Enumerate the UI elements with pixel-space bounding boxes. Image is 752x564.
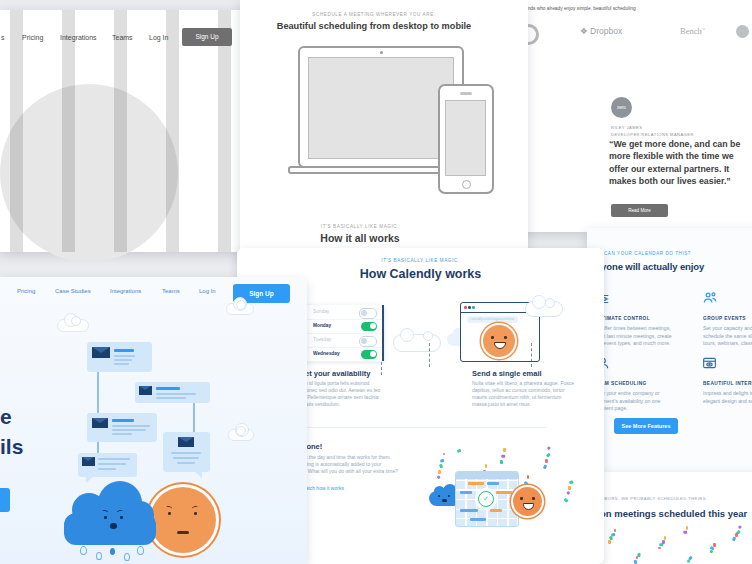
- section-divider: [297, 427, 547, 428]
- nav-item-login[interactable]: Log In: [199, 288, 216, 294]
- design-collage: s Pricing Integrations Teams Log In Sign…: [0, 0, 752, 564]
- nav-item-integrations[interactable]: Integrations: [110, 288, 141, 294]
- email-card: [87, 342, 152, 372]
- day-label: Wednesday: [313, 351, 340, 356]
- flow-connector: [97, 372, 99, 413]
- sad-sun-character: [150, 487, 216, 553]
- phone-home-button: [462, 180, 471, 189]
- step2-title: Send a single email: [472, 369, 542, 378]
- browser-url-bar[interactable]: calendly.com/ivegotsunshine: [467, 316, 518, 323]
- blue-site-panel: Pricing Case Studies Integrations Teams …: [0, 277, 307, 564]
- nav-item-pricing[interactable]: Pricing: [17, 288, 35, 294]
- brand-dot-logo-icon: [736, 25, 749, 38]
- watch-how-it-works-link[interactable]: Watch how it works: [301, 485, 344, 491]
- sun-smile: [494, 342, 506, 349]
- phone-illustration: [438, 84, 494, 194]
- wireframe-column: [62, 10, 75, 252]
- nav-item-case-studies[interactable]: Case Studies: [55, 288, 91, 294]
- wireframe-column: [114, 10, 127, 252]
- read-more-button[interactable]: Read More: [611, 204, 668, 217]
- dashed-guide-line: [531, 343, 532, 367]
- nav-item-pricing[interactable]: Pricing: [22, 34, 43, 41]
- hero-heading-fragment-line1: e: [0, 405, 12, 429]
- dashed-guide-line: [429, 343, 430, 367]
- hero-eyebrow: SCHEDULE A MEETING WHEREVER YOU ARE.: [240, 12, 508, 17]
- stats-panel: ASK YOUR NEIGHBORS. WE PROBABLY SCHEDULE…: [587, 472, 752, 564]
- nav-item-fragment[interactable]: s: [1, 34, 5, 41]
- wireframe-circle: [0, 84, 178, 262]
- feature-text: elegant design and smooth booking.: [703, 398, 752, 404]
- happy-sun-illustration: [483, 325, 515, 357]
- flow-connector: [97, 442, 99, 453]
- cloud-outline-icon: [393, 334, 441, 352]
- testimonial-name: RILEY JAMES: [611, 125, 642, 130]
- feature-text: Set your capacity and let multiple invit…: [703, 325, 752, 331]
- signup-button[interactable]: Sign Up: [182, 28, 232, 46]
- phone-speaker: [460, 92, 472, 95]
- testimonial-quote: “We get more done, and can be more flexi…: [609, 138, 747, 187]
- cloud-outline-icon: [226, 303, 254, 315]
- email-speech-card: [78, 453, 137, 477]
- logos-tagline: friends who already enjoy simple, beauti…: [521, 6, 636, 11]
- nav-item-login[interactable]: Log In: [149, 34, 168, 41]
- hero-heading-fragment-line2: ils: [0, 435, 23, 459]
- bench-label: Bench: [680, 26, 702, 36]
- feature-label: BEAUTIFUL INTERFACE: [703, 381, 752, 386]
- wireframe-column: [218, 10, 231, 252]
- confetti-decoration: [601, 524, 752, 564]
- wireframe-column: [166, 10, 179, 252]
- step2-text: massa justo sit amet risus.: [472, 401, 531, 407]
- feature-label: GROUP EVENTS: [703, 316, 746, 321]
- see-more-features-button[interactable]: See More Features: [614, 418, 678, 434]
- laptop-camera-dot: [380, 51, 383, 54]
- how-it-works-eyebrow: IT'S BASICALLY LIKE MAGIC.: [226, 224, 494, 229]
- hero-title: Beautiful scheduling from desktop to mob…: [240, 21, 508, 31]
- availability-toggle[interactable]: [361, 350, 377, 359]
- feature-text: schedule the same slot, which is great f…: [703, 333, 752, 339]
- step1-title: Set your availability: [300, 369, 370, 378]
- testimonial-role: DEVELOPER RELATIONS MANAGER: [611, 132, 694, 137]
- how-works-eyebrow: IT'S BASICALLY LIKE MAGIC.: [237, 258, 604, 263]
- wireframe-hero-panel: SCHEDULE A MEETING WHEREVER YOU ARE. Bea…: [240, 0, 528, 258]
- step2-text: Nulla vitae elit libero, a pharetra augu…: [472, 380, 574, 386]
- nav-item-teams[interactable]: Teams: [162, 288, 180, 294]
- dropbox-logo: ❖ Dropbox: [580, 26, 622, 36]
- day-label: Monday: [313, 323, 331, 328]
- happy-sun-character: [513, 487, 542, 516]
- how-it-works-title: How it all works: [226, 232, 494, 244]
- wireframe-column: [10, 10, 23, 252]
- browser-dot-icon: [472, 306, 475, 309]
- features-panel: CAN YOUR CALENDAR DO THIS? Features that…: [587, 228, 752, 472]
- dropbox-label: Dropbox: [590, 26, 622, 36]
- nav-item-teams[interactable]: Teams: [112, 34, 133, 41]
- cloud-outline-icon: [525, 301, 563, 317]
- day-label: Sunday: [313, 309, 329, 314]
- features-eyebrow: CAN YOUR CALENDAR DO THIS?: [604, 251, 691, 256]
- cta-button-fragment[interactable]: [0, 488, 10, 512]
- step2-text: mauris condimentum nibh, ut fermentum: [472, 394, 561, 400]
- email-card: [135, 382, 210, 403]
- browser-dot-icon: [464, 306, 467, 309]
- browser-dot-icon: [468, 306, 471, 309]
- day-label: Tuesday: [313, 337, 331, 342]
- xero-logo: xero: [611, 97, 632, 118]
- laptop-screen: [308, 57, 454, 159]
- cloud-outline-icon: [57, 319, 89, 332]
- feature-text: tours, webinars, classes, and more.: [703, 340, 752, 346]
- phone-screen: [445, 100, 486, 176]
- check-icon: ✓: [478, 491, 494, 507]
- nav-item-integrations[interactable]: Integrations: [60, 34, 97, 41]
- dashed-guide-line: [381, 362, 382, 375]
- bench-mark-icon: ☺: [702, 26, 706, 31]
- email-speech-card: [163, 432, 210, 472]
- cloud-outline-icon: [228, 429, 254, 441]
- availability-toggle[interactable]: [361, 322, 377, 331]
- availability-toggle[interactable]: [359, 336, 377, 347]
- feature-text: Impress and delight invitees with an: [703, 390, 752, 396]
- beautiful-interface-icon: [702, 356, 717, 374]
- stats-title: million meetings scheduled this year: [581, 508, 747, 519]
- wireframe-left-panel: s Pricing Integrations Teams Log In Sign…: [0, 10, 253, 252]
- email-card: [87, 413, 157, 442]
- availability-toggle[interactable]: [359, 308, 377, 319]
- bench-logo: Bench☺: [680, 26, 706, 36]
